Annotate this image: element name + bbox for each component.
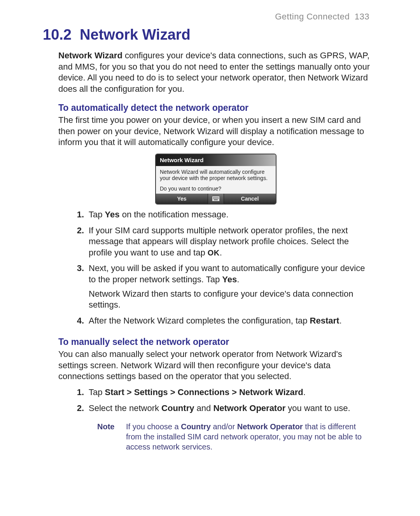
list-item: 1. Tap Start > Settings > Connections > … <box>74 387 373 398</box>
auto-steps-list: 1. Tap Yes on the notification message. … <box>58 209 373 326</box>
svg-rect-11 <box>214 199 218 200</box>
body: Network Wizard configures your device's … <box>58 50 373 452</box>
dialog-figure: Network Wizard Network Wizard will autom… <box>58 154 373 205</box>
step-number: 2. <box>74 225 84 259</box>
step-subtext: Network Wizard then starts to configure … <box>89 289 373 311</box>
intro-lead: Network Wizard <box>58 51 122 60</box>
svg-rect-4 <box>217 197 217 198</box>
note-text: If you choose a Country and/or Network O… <box>126 422 373 452</box>
list-item: 3. Next, you will be asked if you want t… <box>74 263 373 310</box>
dialog-content: Network Wizard will automatically config… <box>156 166 276 194</box>
chapter-name: Getting Connected <box>275 12 350 21</box>
step-number: 4. <box>74 315 84 327</box>
dialog-line1: Network Wizard will automatically config… <box>160 169 272 182</box>
list-item: 2. Select the network Country and Networ… <box>74 403 373 414</box>
svg-rect-6 <box>213 198 214 199</box>
note-label: Note <box>97 422 118 452</box>
manual-steps-list: 1. Tap Start > Settings > Connections > … <box>58 387 373 414</box>
step-text: If your SIM card supports multiple netwo… <box>89 225 373 259</box>
dialog-cancel-button: Cancel <box>224 194 276 204</box>
step-number: 1. <box>74 387 84 398</box>
step-number: 3. <box>74 263 84 310</box>
note-block: Note If you choose a Country and/or Netw… <box>97 422 373 452</box>
page-number: 133 <box>355 12 369 21</box>
step-text: Tap Yes on the notification message. <box>89 209 373 220</box>
svg-rect-9 <box>217 198 217 199</box>
manual-paragraph: You can also manually select your networ… <box>58 349 373 382</box>
svg-rect-8 <box>215 198 216 199</box>
section-number: 10.2 <box>43 26 72 43</box>
step-number: 1. <box>74 209 84 220</box>
step-text: Next, you will be asked if you want to a… <box>89 263 373 310</box>
dialog-button-bar: Yes Cancel <box>156 194 276 204</box>
svg-rect-7 <box>214 198 215 199</box>
svg-rect-5 <box>218 197 219 198</box>
intro-paragraph: Network Wizard configures your device's … <box>58 50 373 94</box>
list-item: 1. Tap Yes on the notification message. <box>74 209 373 220</box>
svg-rect-10 <box>218 198 219 199</box>
auto-paragraph: The first time you power on your device,… <box>58 115 373 148</box>
running-header: Getting Connected 133 <box>23 12 369 22</box>
step-text: Select the network Country and Network O… <box>89 403 373 414</box>
manual-page: Getting Connected 133 10.2 Network Wizar… <box>0 0 420 516</box>
svg-rect-3 <box>215 197 216 198</box>
section-title: 10.2 Network Wizard <box>43 26 397 43</box>
section-name: Network Wizard <box>80 26 191 43</box>
svg-rect-2 <box>214 197 215 198</box>
manual-heading: To manually select the network operator <box>58 336 373 348</box>
step-text: Tap Start > Settings > Connections > Net… <box>89 387 373 398</box>
step-text: After the Network Wizard completes the c… <box>89 315 373 327</box>
step-number: 2. <box>74 403 84 414</box>
dialog-yes-button: Yes <box>156 194 208 204</box>
list-item: 4. After the Network Wizard completes th… <box>74 315 373 327</box>
network-wizard-dialog: Network Wizard Network Wizard will autom… <box>155 154 276 205</box>
list-item: 2. If your SIM card supports multiple ne… <box>74 225 373 259</box>
svg-rect-1 <box>213 197 214 198</box>
dialog-titlebar: Network Wizard <box>156 154 276 166</box>
auto-heading: To automatically detect the network oper… <box>58 102 373 114</box>
keyboard-icon <box>208 194 224 204</box>
dialog-line2: Do you want to continue? <box>160 185 272 192</box>
